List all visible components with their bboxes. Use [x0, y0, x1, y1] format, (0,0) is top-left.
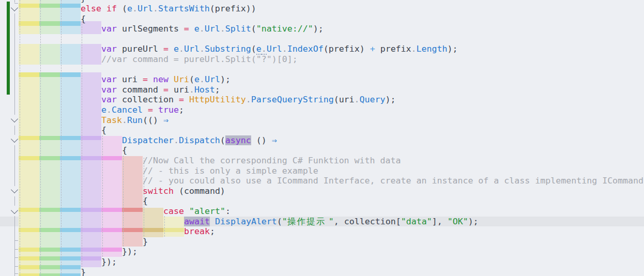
code-token: : — [225, 206, 231, 216]
code-token: ); — [386, 95, 396, 104]
code-token — [210, 217, 215, 226]
code-token: { — [101, 125, 106, 135]
code-token — [143, 105, 148, 115]
code-token: "data" — [401, 217, 432, 226]
code-token: var — [101, 24, 117, 34]
code-token: } — [81, 267, 86, 276]
code-token: ); — [220, 74, 231, 84]
code-token: "alert" — [189, 206, 225, 216]
code-line[interactable]: break; — [184, 226, 215, 237]
code-token: true — [158, 105, 179, 115]
code-token: ); — [448, 44, 458, 54]
code-token: // - you could also use a ICommand Inter… — [143, 176, 643, 186]
code-token: = — [148, 105, 153, 115]
code-token: new — [153, 74, 168, 84]
code-token: }); — [101, 257, 117, 267]
code-token: Cancel — [112, 105, 143, 115]
code-line[interactable]: var pureUrl = e.Url.Substring(e.Url.Inde… — [101, 44, 458, 54]
code-token: Dispatch — [179, 135, 220, 145]
code-token: . — [200, 24, 205, 34]
code-line[interactable]: Dispatcher.Dispatch(async () ⇒ — [122, 135, 277, 146]
code-token: . — [189, 85, 194, 95]
code-line[interactable]: } — [143, 237, 148, 247]
code-token: } — [81, 0, 86, 3]
code-line[interactable]: var command = uri.Host; — [101, 85, 220, 95]
code-line[interactable]: }); — [122, 247, 137, 257]
code-token — [189, 24, 194, 34]
code-token: pureUrl — [117, 44, 163, 54]
code-token: (uri — [334, 95, 355, 104]
code-line[interactable]: else if (e.Url.StartsWith(prefix)) — [81, 4, 256, 14]
code-token — [168, 74, 174, 84]
code-token: Host — [194, 85, 215, 95]
code-line[interactable]: switch (command) — [143, 186, 225, 196]
code-line[interactable]: { — [143, 196, 148, 206]
code-token: HttpUtility — [189, 95, 246, 104]
code-token: () — [251, 135, 272, 145]
code-line[interactable]: }); — [101, 257, 117, 267]
code-token: Url — [184, 44, 200, 54]
code-token: e — [194, 74, 200, 84]
code-token: { — [143, 196, 148, 206]
code-line[interactable]: //var command = pureUrl.Split("?")[0]; — [101, 54, 298, 65]
code-token: Split — [225, 24, 251, 34]
code-line[interactable]: //Now Call the corresponding C# Funktion… — [143, 156, 401, 166]
code-token: . — [246, 95, 251, 104]
code-token: . — [106, 105, 112, 115]
code-token: Url — [205, 24, 220, 34]
code-token: ( — [220, 135, 225, 145]
code-token: . — [132, 4, 137, 13]
code-line[interactable]: // - you could also use a ICommand Inter… — [143, 176, 643, 186]
code-line[interactable]: var uri = new Uri(e.Url); — [101, 74, 231, 85]
code-line[interactable]: var collection = HttpUtility.ParseQueryS… — [101, 95, 396, 105]
code-token: await — [184, 217, 210, 226]
code-line[interactable]: // - this is only a simple example — [143, 166, 318, 176]
code-token: " — [282, 217, 287, 226]
code-token: else if — [81, 4, 117, 13]
code-token: StartsWith — [158, 4, 210, 13]
code-line[interactable]: case "alert": — [163, 206, 231, 217]
code-token: ( — [277, 217, 282, 226]
code-line[interactable]: e.Cancel = true; — [101, 105, 184, 115]
code-token: . — [200, 44, 205, 54]
code-line[interactable]: var urlSegments = e.Url.Split("native://… — [101, 24, 324, 34]
code-token: } — [143, 237, 148, 247]
code-line[interactable]: Task.Run(() ⇒ — [101, 115, 168, 126]
code-token: collection — [117, 95, 179, 104]
code-token: = — [184, 24, 189, 34]
code-token: ⇒ — [163, 115, 168, 125]
code-line[interactable]: { — [122, 145, 127, 156]
code-token: Run — [127, 115, 143, 125]
code-line[interactable]: } — [81, 267, 86, 276]
code-token: urlSegments — [117, 24, 184, 34]
code-token: , collection[ — [334, 217, 401, 226]
code-token: e — [194, 24, 200, 34]
code-token: var — [101, 95, 117, 104]
code-token: uri — [168, 85, 189, 95]
code-token: (prefix) — [324, 44, 370, 54]
code-token: Substring — [205, 44, 251, 54]
code-token: async — [225, 135, 251, 145]
code-line[interactable]: { — [101, 125, 106, 135]
code-token: (prefix)) — [210, 4, 256, 13]
code-line[interactable]: await DisplayAlert("操作提示", collection["d… — [184, 217, 479, 227]
code-token: ParseQueryString — [251, 95, 334, 104]
code-token: ( — [189, 74, 194, 84]
code-token: ); — [468, 217, 479, 226]
code-token: var — [101, 85, 117, 95]
code-line[interactable]: { — [81, 14, 86, 24]
code-token: Query — [360, 95, 386, 104]
code-token: command — [117, 85, 163, 95]
code-token: Url — [137, 4, 153, 13]
code-editor[interactable]: }else if (e.Url.StartsWith(prefix)){var … — [0, 0, 644, 276]
code-token: uri — [117, 74, 143, 84]
code-token: Dispatcher — [122, 135, 174, 145]
code-token: ], — [432, 217, 448, 226]
code-line[interactable]: } — [81, 0, 86, 4]
code-token: { — [122, 145, 127, 155]
code-token: Length — [417, 44, 448, 54]
code-token: = — [143, 74, 148, 84]
code-token: prefix — [375, 44, 411, 54]
code-token: { — [81, 14, 86, 24]
code-token: IndexOf — [287, 44, 324, 54]
